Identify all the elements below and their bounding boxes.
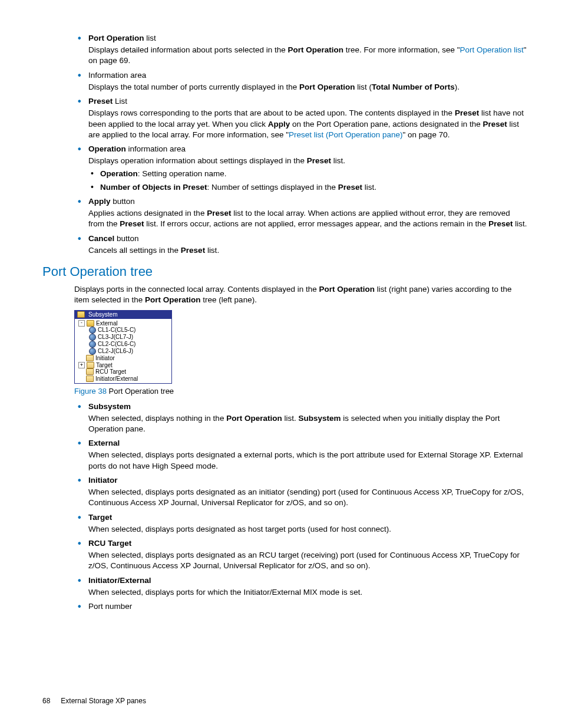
text-span: list.: [205, 246, 219, 255]
bullet-item: Initiator/ExternalWhen selected, display…: [74, 575, 528, 598]
text-span: Number of Objects in Preset: [100, 183, 207, 192]
bullet-title: Cancel button: [88, 233, 528, 244]
text-span: Port number: [88, 602, 132, 611]
bullet-item: Port Operation listDisplays detailed inf…: [74, 33, 528, 67]
text-span: When selected, displays ports designated…: [88, 525, 391, 533]
bullet-body: Displays rows corresponding to the ports…: [88, 108, 528, 140]
text-span: Preset: [207, 209, 231, 218]
text-span: When selected, displays ports for which …: [88, 588, 362, 597]
bullet-body: Displays detailed information about port…: [88, 45, 528, 66]
tree-node[interactable]: CL3-J(CL7-J): [75, 334, 171, 341]
text-span: Displays operation information about set…: [88, 156, 307, 165]
port-icon: [89, 334, 96, 341]
text-span: Apply: [88, 197, 111, 206]
bullet-title: Information area: [88, 70, 528, 81]
tree-node-label: Target: [96, 362, 113, 369]
content-area: Port Operation listDisplays detailed inf…: [74, 33, 528, 612]
text-span: Target: [88, 513, 112, 522]
text-span: list (: [355, 83, 372, 91]
sub-bullet-list: Operation: Setting operation name.Number…: [88, 169, 528, 192]
text-span: list.: [282, 414, 299, 423]
text-span: Port Operation: [299, 83, 355, 91]
text-span: list.: [331, 156, 345, 165]
tree-node[interactable]: Initiator/External: [75, 375, 171, 383]
bullet-body: Displays the total number of ports curre…: [88, 82, 528, 93]
bullet-item: ExternalWhen selected, displays ports de…: [74, 438, 528, 472]
tree-node[interactable]: Initiator: [75, 355, 171, 362]
bullet-item: Information areaDisplays the total numbe…: [74, 70, 528, 93]
text-span: Initiator/External: [88, 576, 151, 585]
bullet-title: Port Operation list: [88, 33, 528, 44]
text-span: on the Port Operation pane, actions desi…: [290, 120, 482, 129]
text-span: Operation: [100, 169, 138, 178]
text-span: : Number of settings displayed in the: [207, 183, 338, 192]
bullet-body: Cancels all settings in the Preset list.: [88, 245, 528, 256]
tree-screenshot: Subsystem-ExternalCL1-C(CL5-C)CL3-J(CL7-…: [74, 310, 172, 384]
text-span: list. If errors occur, actions are not a…: [144, 219, 489, 228]
tree-node-label: CL1-C(CL5-C): [98, 327, 135, 334]
tree-node[interactable]: RCU Target: [75, 368, 171, 375]
bullet-body: When selected, displays ports for which …: [88, 587, 528, 598]
text-span: button: [111, 197, 135, 206]
tree-node[interactable]: +Target: [75, 362, 171, 369]
text-span: Port Operation: [319, 285, 375, 294]
text-span: information area: [126, 144, 186, 153]
page-footer: 68 External Storage XP panes: [42, 696, 146, 706]
text-span: Preset: [88, 97, 113, 106]
bullet-body: When selected, displays ports designated…: [88, 450, 528, 471]
text-span: List: [113, 97, 127, 106]
expand-icon[interactable]: +: [78, 362, 85, 368]
cross-reference-link[interactable]: Port Operation list: [460, 45, 524, 54]
bullet-title: Port number: [88, 601, 528, 612]
tree-node[interactable]: CL2-J(CL6-J): [75, 348, 171, 355]
bullet-title: Preset List: [88, 96, 528, 107]
tree-root-subsystem[interactable]: Subsystem: [75, 311, 171, 319]
text-span: External: [88, 439, 120, 447]
section-intro: Displays ports in the connected local ar…: [74, 284, 528, 305]
collapse-icon[interactable]: -: [78, 320, 85, 327]
bullet-title: Initiator: [88, 475, 528, 486]
folder-closed-icon: [86, 375, 94, 382]
bullet-item: Operation information areaDisplays opera…: [74, 144, 528, 193]
bullet-title: External: [88, 438, 528, 449]
bullet-title: Subsystem: [88, 401, 528, 412]
figure-38: Subsystem-ExternalCL1-C(CL5-C)CL3-J(CL7-…: [74, 310, 528, 397]
tree-node-label: Initiator/External: [95, 375, 138, 383]
text-span: Cancels all settings in the: [88, 246, 181, 255]
text-span: : Setting operation name.: [138, 169, 227, 178]
sub-bullet-item: Operation: Setting operation name.: [88, 169, 528, 179]
text-span: Information area: [88, 71, 146, 80]
text-span: Applies actions designated in the: [88, 209, 207, 218]
text-span: list.: [362, 183, 376, 192]
text-span: Port Operation: [145, 295, 201, 304]
text-span: Cancel: [88, 234, 114, 243]
folder-closed-icon: [86, 368, 94, 375]
folder-closed-icon: [87, 362, 94, 368]
bullet-body: When selected, displays ports designated…: [88, 550, 528, 571]
folder-open-icon: [77, 311, 85, 318]
port-icon: [89, 341, 96, 348]
text-span: Displays ports in the connected local ar…: [74, 285, 319, 294]
bullet-body: Applies actions designated in the Preset…: [88, 208, 528, 229]
bullet-title: Target: [88, 512, 528, 523]
bullet-item: SubsystemWhen selected, displays nothing…: [74, 401, 528, 435]
port-icon: [89, 327, 96, 334]
tree-node[interactable]: CL2-C(CL6-C): [75, 341, 171, 348]
text-span: Preset: [488, 219, 513, 228]
tree-node[interactable]: -External: [75, 320, 171, 327]
bullet-item: InitiatorWhen selected, displays ports d…: [74, 475, 528, 509]
tree-node[interactable]: CL1-C(CL5-C): [75, 327, 171, 334]
tree-node-label: CL2-C(CL6-C): [98, 341, 135, 348]
cross-reference-link[interactable]: Preset list (Port Operation pane): [289, 130, 403, 139]
tree-node-label: CL3-J(CL7-J): [98, 334, 133, 341]
bullet-item: Port number: [74, 601, 528, 612]
text-span: Port Operation: [88, 34, 144, 42]
sub-bullet-item: Number of Objects in Preset: Number of s…: [88, 182, 528, 193]
folder-closed-icon: [86, 355, 94, 361]
tree-bullet-list: SubsystemWhen selected, displays nothing…: [74, 401, 528, 612]
bullet-item: Apply buttonApplies actions designated i…: [74, 196, 528, 230]
footer-title: External Storage XP panes: [61, 696, 146, 706]
text-span: Preset: [482, 120, 507, 129]
bullet-title: Apply button: [88, 196, 528, 207]
bullet-body: When selected, displays ports designated…: [88, 487, 528, 508]
